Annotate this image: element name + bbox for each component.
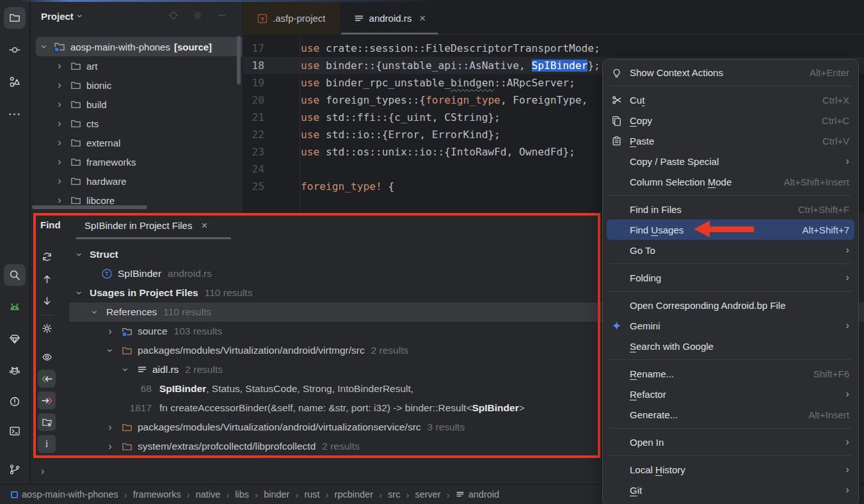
chevron-expanded-icon: › bbox=[120, 363, 131, 376]
menu-item-git[interactable]: Git › bbox=[603, 480, 858, 500]
logcat-tool-button[interactable] bbox=[4, 296, 26, 318]
project-horizontal-scrollbar[interactable] bbox=[32, 205, 147, 209]
close-icon[interactable]: × bbox=[201, 219, 207, 232]
menu-item-show-context-actions[interactable]: Show Context Actions Alt+Enter bbox=[603, 62, 858, 83]
structure-tool-button[interactable] bbox=[4, 71, 26, 93]
breadcrumb-item[interactable]: binder bbox=[264, 489, 289, 500]
breadcrumb-separator: › bbox=[226, 489, 229, 500]
breadcrumb-item-file[interactable]: android bbox=[456, 489, 499, 500]
menu-item-folding[interactable]: Folding › bbox=[603, 267, 858, 288]
git-tool-button[interactable] bbox=[4, 459, 26, 480]
more-icon: ⋯ bbox=[8, 106, 22, 122]
tree-row-art[interactable]: ›art bbox=[31, 56, 243, 75]
tab-android-rs[interactable]: android.rs × bbox=[340, 2, 440, 35]
editor-tabbar: Y .asfp-project android.rs × bbox=[243, 0, 864, 35]
menu-shortcut: Alt+Shift+7 bbox=[803, 224, 849, 235]
tree-row-label: frameworks bbox=[86, 157, 136, 168]
previous-occurrence-button[interactable] bbox=[38, 270, 56, 288]
hide-panel-icon[interactable] bbox=[217, 10, 227, 20]
breadcrumb-item[interactable]: src bbox=[388, 489, 400, 500]
git-branch-icon bbox=[9, 464, 20, 475]
chevron-collapsed-icon: › bbox=[54, 195, 65, 205]
preview-toggle-button[interactable] bbox=[38, 348, 56, 366]
project-tool-button[interactable] bbox=[4, 7, 26, 29]
breadcrumb-item[interactable]: libs bbox=[235, 489, 249, 500]
project-panel: Project › › aosp-main-with-phones[source… bbox=[31, 0, 243, 213]
settings-icon[interactable] bbox=[193, 10, 203, 20]
navigate-to-source-toggle[interactable] bbox=[38, 370, 56, 388]
tab-asfp-project[interactable]: Y .asfp-project bbox=[243, 2, 340, 35]
locate-file-icon[interactable] bbox=[168, 10, 179, 20]
tree-row-external[interactable]: ›external bbox=[31, 133, 243, 152]
folder-icon bbox=[70, 80, 81, 91]
chevron-collapsed-icon: › bbox=[54, 157, 65, 167]
commit-tool-button[interactable] bbox=[4, 39, 26, 61]
menu-item-open-android-bp[interactable]: Open Corresponding Android.bp File bbox=[603, 295, 858, 315]
gemini-icon bbox=[611, 320, 622, 331]
menu-item-find-usages[interactable]: Find Usages Alt+Shift+7 bbox=[607, 219, 854, 240]
menu-item-find-in-files[interactable]: Find in Files Ctrl+Shift+F bbox=[603, 199, 858, 219]
tool-stripe: ⋯ bbox=[0, 0, 30, 484]
breadcrumb-item[interactable]: rust bbox=[304, 489, 319, 500]
menu-item-generate[interactable]: Generate... Alt+Insert bbox=[603, 404, 858, 425]
collapsed-node-chevron[interactable]: › bbox=[41, 466, 44, 476]
menu-item-local-history[interactable]: Local History › bbox=[603, 459, 858, 480]
struct-name: SpIBinder bbox=[118, 268, 161, 280]
folder-icon bbox=[70, 195, 81, 206]
tree-row-cts[interactable]: ›cts bbox=[31, 114, 243, 133]
menu-item-column-selection-mode[interactable]: Column Selection Mode Alt+Shift+Insert bbox=[603, 171, 858, 192]
menu-item-label: Paste bbox=[630, 136, 654, 146]
menu-item-open-in[interactable]: Open In › bbox=[603, 432, 858, 452]
tree-row-build[interactable]: ›build bbox=[31, 95, 243, 114]
breadcrumb-item[interactable]: rpcbinder bbox=[335, 489, 373, 500]
menu-separator bbox=[609, 264, 852, 264]
device-tool-button[interactable] bbox=[4, 360, 26, 382]
menu-item-refactor[interactable]: Refactor › bbox=[603, 384, 858, 404]
menu-item-label: Search with Google bbox=[630, 341, 714, 352]
menu-item-cut[interactable]: Cut Ctrl+X bbox=[603, 90, 858, 110]
tree-row-bionic[interactable]: ›bionic bbox=[31, 75, 243, 95]
breadcrumb-item[interactable]: native bbox=[196, 489, 221, 500]
find-results-tab[interactable]: SpIBinder in Project Files × bbox=[76, 213, 216, 238]
more-tools-button[interactable]: ⋯ bbox=[4, 103, 26, 125]
search-icon bbox=[9, 269, 20, 281]
menu-item-go-to[interactable]: Go To › bbox=[603, 240, 858, 260]
menu-item-rename[interactable]: Rename... Shift+F6 bbox=[603, 363, 858, 384]
chevron-collapsed-icon: › bbox=[104, 326, 116, 336]
menu-separator bbox=[609, 291, 852, 292]
menu-item-copy-paste-special[interactable]: Copy / Paste Special › bbox=[603, 151, 858, 171]
breadcrumb-item[interactable]: server bbox=[415, 489, 440, 500]
toolbar-separator bbox=[40, 315, 54, 315]
tree-row-hardware[interactable]: ›hardware bbox=[31, 171, 243, 191]
navigate-from-source-toggle[interactable] bbox=[38, 391, 56, 409]
breadcrumb-separator: › bbox=[295, 489, 298, 500]
folder-icon bbox=[122, 345, 132, 356]
group-by-directory-toggle[interactable] bbox=[38, 413, 56, 431]
menu-item-paste[interactable]: Paste Ctrl+V bbox=[603, 130, 858, 151]
terminal-tool-button[interactable] bbox=[4, 420, 26, 442]
show-info-toggle[interactable]: i bbox=[38, 435, 56, 453]
tree-row-label: cts bbox=[86, 118, 99, 129]
menu-item-label: Gemini bbox=[630, 320, 660, 331]
tree-row-frameworks[interactable]: ›frameworks bbox=[31, 152, 243, 171]
menu-item-copy[interactable]: Copy Ctrl+C bbox=[603, 110, 858, 130]
project-panel-header[interactable]: Project › bbox=[31, 0, 243, 32]
menu-item-gemini[interactable]: Gemini › bbox=[603, 315, 858, 336]
project-root-row[interactable]: › aosp-main-with-phones[source] bbox=[36, 37, 243, 56]
menu-item-label: Go To bbox=[630, 245, 655, 256]
next-occurrence-button[interactable] bbox=[38, 292, 56, 310]
active-tab-indicator bbox=[76, 237, 231, 239]
close-icon[interactable]: × bbox=[419, 12, 426, 25]
app-insights-tool-button[interactable] bbox=[4, 328, 26, 350]
folder-icon bbox=[70, 99, 81, 110]
project-vertical-scrollbar[interactable] bbox=[237, 36, 241, 84]
line-number: 21 bbox=[243, 109, 300, 126]
problems-tool-button[interactable] bbox=[4, 391, 26, 413]
rerun-search-button[interactable] bbox=[38, 248, 56, 265]
breadcrumb-item-root[interactable]: aosp-main-with-phones bbox=[11, 489, 118, 500]
find-tool-button[interactable] bbox=[4, 264, 26, 286]
breadcrumb-item[interactable]: frameworks bbox=[133, 489, 181, 500]
menu-item-search-with-google[interactable]: Search with Google bbox=[603, 336, 858, 356]
chevron-collapsed-icon: › bbox=[54, 80, 65, 90]
search-settings-button[interactable] bbox=[38, 319, 56, 337]
